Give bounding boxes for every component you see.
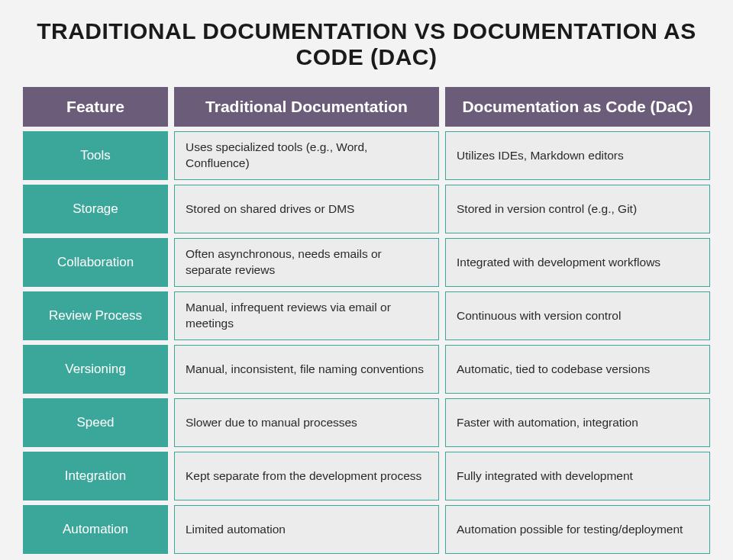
feature-label: Speed <box>23 398 168 447</box>
feature-label: Review Process <box>23 291 168 340</box>
dac-cell: Stored in version control (e.g., Git) <box>445 185 710 233</box>
traditional-cell: Stored on shared drives or DMS <box>174 185 439 233</box>
feature-label: Automation <box>23 505 168 554</box>
feature-label: Storage <box>23 185 168 233</box>
feature-label: Versioning <box>23 345 168 394</box>
traditional-cell: Uses specialized tools (e.g., Word, Conf… <box>174 131 439 180</box>
dac-cell: Fully integrated with development <box>445 452 710 500</box>
dac-cell: Continuous with version control <box>445 291 710 340</box>
page-title: TRADITIONAL DOCUMENTATION VS DOCUMENTATI… <box>23 18 710 70</box>
traditional-cell: Manual, infrequent reviews via email or … <box>174 291 439 340</box>
comparison-table: Feature Traditional Documentation Docume… <box>23 87 710 554</box>
header-dac: Documentation as Code (DaC) <box>445 87 710 127</box>
header-feature: Feature <box>23 87 168 127</box>
feature-label: Collaboration <box>23 238 168 287</box>
traditional-cell: Manual, inconsistent, file naming conven… <box>174 345 439 394</box>
dac-cell: Utilizes IDEs, Markdown editors <box>445 131 710 180</box>
feature-label: Integration <box>23 452 168 500</box>
dac-cell: Automatic, tied to codebase versions <box>445 345 710 394</box>
traditional-cell: Often asynchronous, needs emails or sepa… <box>174 238 439 287</box>
feature-label: Tools <box>23 131 168 180</box>
traditional-cell: Kept separate from the development proce… <box>174 452 439 500</box>
dac-cell: Automation possible for testing/deployme… <box>445 505 710 554</box>
traditional-cell: Limited automation <box>174 505 439 554</box>
traditional-cell: Slower due to manual processes <box>174 398 439 447</box>
header-traditional: Traditional Documentation <box>174 87 439 127</box>
dac-cell: Faster with automation, integration <box>445 398 710 447</box>
dac-cell: Integrated with development workflows <box>445 238 710 287</box>
